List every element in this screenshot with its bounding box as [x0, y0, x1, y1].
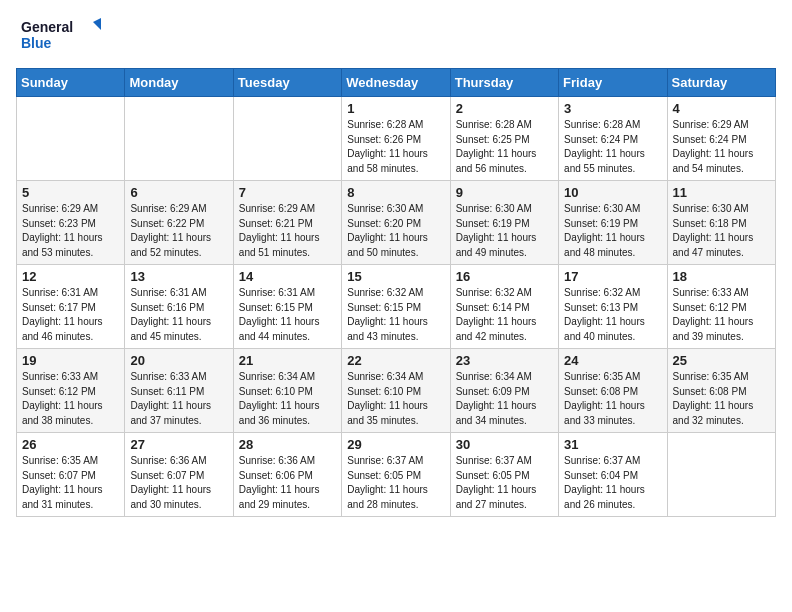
day-info: Sunrise: 6:35 AMSunset: 6:08 PMDaylight:…: [564, 370, 661, 428]
page-header: General Blue: [16, 16, 776, 56]
weekday-header-friday: Friday: [559, 69, 667, 97]
day-info: Sunrise: 6:28 AMSunset: 6:26 PMDaylight:…: [347, 118, 444, 176]
day-number: 22: [347, 353, 444, 368]
day-number: 17: [564, 269, 661, 284]
day-number: 27: [130, 437, 227, 452]
day-info: Sunrise: 6:34 AMSunset: 6:10 PMDaylight:…: [239, 370, 336, 428]
day-number: 10: [564, 185, 661, 200]
calendar-cell: 14Sunrise: 6:31 AMSunset: 6:15 PMDayligh…: [233, 265, 341, 349]
calendar-cell: 4Sunrise: 6:29 AMSunset: 6:24 PMDaylight…: [667, 97, 775, 181]
weekday-header-row: SundayMondayTuesdayWednesdayThursdayFrid…: [17, 69, 776, 97]
calendar-cell: 5Sunrise: 6:29 AMSunset: 6:23 PMDaylight…: [17, 181, 125, 265]
day-number: 30: [456, 437, 553, 452]
day-number: 31: [564, 437, 661, 452]
day-info: Sunrise: 6:36 AMSunset: 6:07 PMDaylight:…: [130, 454, 227, 512]
calendar-week-1: 1Sunrise: 6:28 AMSunset: 6:26 PMDaylight…: [17, 97, 776, 181]
day-info: Sunrise: 6:32 AMSunset: 6:15 PMDaylight:…: [347, 286, 444, 344]
calendar-cell: [667, 433, 775, 517]
day-info: Sunrise: 6:35 AMSunset: 6:07 PMDaylight:…: [22, 454, 119, 512]
calendar-week-2: 5Sunrise: 6:29 AMSunset: 6:23 PMDaylight…: [17, 181, 776, 265]
calendar-cell: 20Sunrise: 6:33 AMSunset: 6:11 PMDayligh…: [125, 349, 233, 433]
day-number: 19: [22, 353, 119, 368]
calendar-cell: 22Sunrise: 6:34 AMSunset: 6:10 PMDayligh…: [342, 349, 450, 433]
day-number: 6: [130, 185, 227, 200]
day-info: Sunrise: 6:32 AMSunset: 6:13 PMDaylight:…: [564, 286, 661, 344]
calendar-cell: 6Sunrise: 6:29 AMSunset: 6:22 PMDaylight…: [125, 181, 233, 265]
day-number: 28: [239, 437, 336, 452]
day-number: 16: [456, 269, 553, 284]
calendar-cell: [17, 97, 125, 181]
day-number: 21: [239, 353, 336, 368]
day-info: Sunrise: 6:37 AMSunset: 6:05 PMDaylight:…: [456, 454, 553, 512]
calendar-table: SundayMondayTuesdayWednesdayThursdayFrid…: [16, 68, 776, 517]
day-number: 25: [673, 353, 770, 368]
day-info: Sunrise: 6:30 AMSunset: 6:19 PMDaylight:…: [456, 202, 553, 260]
calendar-week-3: 12Sunrise: 6:31 AMSunset: 6:17 PMDayligh…: [17, 265, 776, 349]
day-number: 13: [130, 269, 227, 284]
calendar-week-5: 26Sunrise: 6:35 AMSunset: 6:07 PMDayligh…: [17, 433, 776, 517]
day-info: Sunrise: 6:28 AMSunset: 6:25 PMDaylight:…: [456, 118, 553, 176]
day-number: 4: [673, 101, 770, 116]
day-number: 7: [239, 185, 336, 200]
day-number: 8: [347, 185, 444, 200]
day-number: 9: [456, 185, 553, 200]
day-info: Sunrise: 6:33 AMSunset: 6:11 PMDaylight:…: [130, 370, 227, 428]
weekday-header-tuesday: Tuesday: [233, 69, 341, 97]
calendar-cell: 25Sunrise: 6:35 AMSunset: 6:08 PMDayligh…: [667, 349, 775, 433]
calendar-cell: 28Sunrise: 6:36 AMSunset: 6:06 PMDayligh…: [233, 433, 341, 517]
weekday-header-monday: Monday: [125, 69, 233, 97]
day-info: Sunrise: 6:33 AMSunset: 6:12 PMDaylight:…: [22, 370, 119, 428]
calendar-cell: 10Sunrise: 6:30 AMSunset: 6:19 PMDayligh…: [559, 181, 667, 265]
day-number: 26: [22, 437, 119, 452]
calendar-cell: 19Sunrise: 6:33 AMSunset: 6:12 PMDayligh…: [17, 349, 125, 433]
calendar-cell: 16Sunrise: 6:32 AMSunset: 6:14 PMDayligh…: [450, 265, 558, 349]
day-info: Sunrise: 6:29 AMSunset: 6:21 PMDaylight:…: [239, 202, 336, 260]
logo: General Blue: [16, 16, 106, 56]
calendar-cell: 21Sunrise: 6:34 AMSunset: 6:10 PMDayligh…: [233, 349, 341, 433]
weekday-header-thursday: Thursday: [450, 69, 558, 97]
calendar-cell: 13Sunrise: 6:31 AMSunset: 6:16 PMDayligh…: [125, 265, 233, 349]
day-number: 23: [456, 353, 553, 368]
calendar-cell: 15Sunrise: 6:32 AMSunset: 6:15 PMDayligh…: [342, 265, 450, 349]
calendar-week-4: 19Sunrise: 6:33 AMSunset: 6:12 PMDayligh…: [17, 349, 776, 433]
calendar-cell: 31Sunrise: 6:37 AMSunset: 6:04 PMDayligh…: [559, 433, 667, 517]
calendar-cell: 3Sunrise: 6:28 AMSunset: 6:24 PMDaylight…: [559, 97, 667, 181]
calendar-cell: 18Sunrise: 6:33 AMSunset: 6:12 PMDayligh…: [667, 265, 775, 349]
svg-text:General: General: [21, 19, 73, 35]
day-number: 12: [22, 269, 119, 284]
calendar-cell: [233, 97, 341, 181]
day-number: 24: [564, 353, 661, 368]
calendar-cell: 29Sunrise: 6:37 AMSunset: 6:05 PMDayligh…: [342, 433, 450, 517]
day-info: Sunrise: 6:30 AMSunset: 6:20 PMDaylight:…: [347, 202, 444, 260]
calendar-cell: 7Sunrise: 6:29 AMSunset: 6:21 PMDaylight…: [233, 181, 341, 265]
calendar-cell: [125, 97, 233, 181]
day-info: Sunrise: 6:34 AMSunset: 6:09 PMDaylight:…: [456, 370, 553, 428]
day-info: Sunrise: 6:37 AMSunset: 6:04 PMDaylight:…: [564, 454, 661, 512]
weekday-header-sunday: Sunday: [17, 69, 125, 97]
day-info: Sunrise: 6:30 AMSunset: 6:18 PMDaylight:…: [673, 202, 770, 260]
day-number: 3: [564, 101, 661, 116]
day-number: 11: [673, 185, 770, 200]
calendar-cell: 17Sunrise: 6:32 AMSunset: 6:13 PMDayligh…: [559, 265, 667, 349]
svg-text:Blue: Blue: [21, 35, 52, 51]
day-info: Sunrise: 6:33 AMSunset: 6:12 PMDaylight:…: [673, 286, 770, 344]
day-number: 2: [456, 101, 553, 116]
day-number: 5: [22, 185, 119, 200]
calendar-cell: 24Sunrise: 6:35 AMSunset: 6:08 PMDayligh…: [559, 349, 667, 433]
calendar-cell: 12Sunrise: 6:31 AMSunset: 6:17 PMDayligh…: [17, 265, 125, 349]
day-info: Sunrise: 6:32 AMSunset: 6:14 PMDaylight:…: [456, 286, 553, 344]
day-info: Sunrise: 6:35 AMSunset: 6:08 PMDaylight:…: [673, 370, 770, 428]
day-info: Sunrise: 6:31 AMSunset: 6:15 PMDaylight:…: [239, 286, 336, 344]
day-info: Sunrise: 6:36 AMSunset: 6:06 PMDaylight:…: [239, 454, 336, 512]
day-info: Sunrise: 6:30 AMSunset: 6:19 PMDaylight:…: [564, 202, 661, 260]
calendar-cell: 8Sunrise: 6:30 AMSunset: 6:20 PMDaylight…: [342, 181, 450, 265]
day-number: 1: [347, 101, 444, 116]
day-number: 15: [347, 269, 444, 284]
day-number: 18: [673, 269, 770, 284]
calendar-cell: 23Sunrise: 6:34 AMSunset: 6:09 PMDayligh…: [450, 349, 558, 433]
calendar-cell: 1Sunrise: 6:28 AMSunset: 6:26 PMDaylight…: [342, 97, 450, 181]
day-number: 20: [130, 353, 227, 368]
day-info: Sunrise: 6:29 AMSunset: 6:22 PMDaylight:…: [130, 202, 227, 260]
day-info: Sunrise: 6:28 AMSunset: 6:24 PMDaylight:…: [564, 118, 661, 176]
calendar-cell: 9Sunrise: 6:30 AMSunset: 6:19 PMDaylight…: [450, 181, 558, 265]
